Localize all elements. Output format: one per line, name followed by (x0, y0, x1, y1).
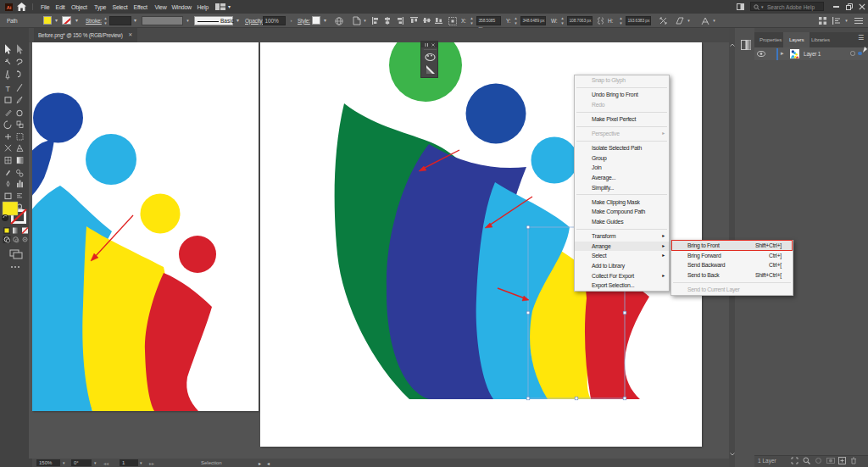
svg-text:T: T (5, 85, 10, 93)
